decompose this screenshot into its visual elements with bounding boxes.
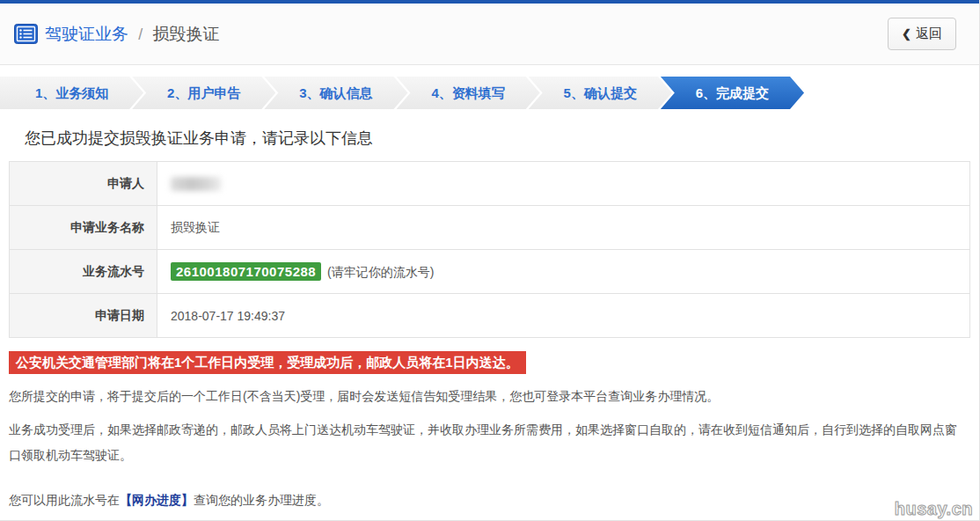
serial-number-badge: 261001807170075288 [171, 262, 321, 281]
back-button[interactable]: ❮ 返回 [888, 18, 956, 50]
business-name-label: 申请业务名称 [10, 206, 157, 250]
step-6-complete: 6、完成提交 [661, 77, 804, 109]
processing-alert-banner: 公安机关交通管理部门将在1个工作日内受理，受理成功后，邮政人员将在1日内送达。 [9, 351, 526, 374]
page-title: 驾驶证业务 / 损毁换证 [45, 23, 220, 46]
serial-number-hint: (请牢记你的流水号) [327, 265, 434, 279]
progress-status-link[interactable]: 【网办进度】 [120, 493, 194, 507]
table-row-business-name: 申请业务名称 损毁换证 [10, 206, 970, 250]
applicant-label: 申请人 [10, 162, 157, 206]
step-2-declaration: 2、用户申告 [132, 77, 275, 109]
back-button-label: 返回 [916, 26, 942, 42]
breadcrumb: 驾驶证业务 / 损毁换证 [14, 23, 220, 46]
serial-number-label: 业务流水号 [10, 250, 157, 294]
table-row-serial-number: 业务流水号 261001807170075288 (请牢记你的流水号) [10, 250, 970, 294]
progress-query-line: 您可以用此流水号在【网办进度】查询您的业务办理进度。 [9, 493, 970, 509]
list-icon [14, 24, 38, 44]
result-info-table: 申请人 申请业务名称 损毁换证 业务流水号 261001807170075288… [9, 161, 970, 338]
apply-date-label: 申请日期 [10, 294, 157, 338]
step-1-notice: 1、业务须知 [0, 77, 143, 109]
step-3-confirm-info: 3、确认信息 [264, 77, 407, 109]
breadcrumb-current: 损毁换证 [153, 25, 220, 43]
table-row-applicant: 申请人 [10, 162, 970, 206]
description-paragraph-1: 您所提交的申请，将于提交后的一个工作日(不含当天)受理，届时会发送短信告知受理结… [9, 384, 969, 409]
apply-date-value: 2018-07-17 19:49:37 [157, 294, 970, 338]
watermark: husay.cn [895, 499, 973, 519]
wizard-steps: 1、业务须知 2、用户申告 3、确认信息 4、资料填写 5、确认提交 6、完成提… [0, 77, 804, 109]
progress-prefix: 您可以用此流水号在 [9, 493, 120, 507]
chevron-left-icon: ❮ [902, 27, 911, 40]
step-4-fill-data: 4、资料填写 [397, 77, 540, 109]
success-heading: 您已成功提交损毁换证业务申请，请记录以下信息 [25, 128, 979, 149]
table-row-apply-date: 申请日期 2018-07-17 19:49:37 [10, 294, 970, 338]
step-5-confirm-submit: 5、确认提交 [529, 77, 672, 109]
breadcrumb-separator: / [138, 26, 143, 43]
serial-number-value: 261001807170075288 (请牢记你的流水号) [157, 250, 970, 294]
applicant-value [157, 162, 970, 206]
description-paragraph-2: 业务成功受理后，如果选择邮政寄递的，邮政人员将上门送达机动车驾驶证，并收取办理业… [9, 417, 969, 468]
page-header: 驾驶证业务 / 损毁换证 ❮ 返回 [0, 4, 979, 65]
page-container: 驾驶证业务 / 损毁换证 ❮ 返回 1、业务须知 2、用户申告 3、确认信息 4… [0, 0, 980, 521]
redacted-name [171, 177, 222, 191]
breadcrumb-section: 驾驶证业务 [45, 25, 128, 43]
progress-suffix: 查询您的业务办理进度。 [194, 493, 329, 507]
business-name-value: 损毁换证 [157, 206, 970, 250]
